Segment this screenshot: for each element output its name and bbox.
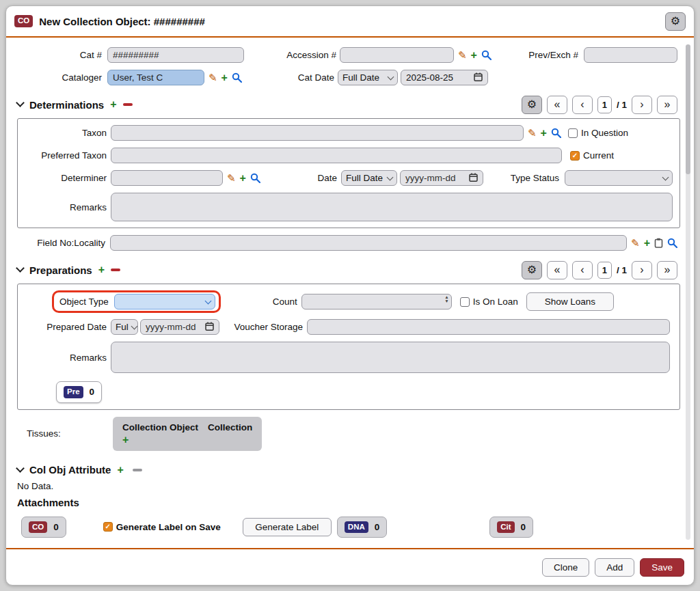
show-loans-button[interactable]: Show Loans — [526, 292, 614, 311]
add-determination-button[interactable]: + — [110, 99, 116, 110]
cataloger-input[interactable] — [107, 70, 204, 85]
taxon-label: Taxon — [25, 128, 111, 138]
add-button[interactable]: Add — [595, 558, 634, 577]
preparation-count-badge[interactable]: Pre 0 — [56, 381, 102, 403]
determiner-edit-icon[interactable]: ✎ — [227, 173, 236, 183]
prev-exch-input[interactable] — [584, 47, 677, 63]
field-no-locality-label: Field No:Locality — [12, 238, 110, 248]
cat-date-input[interactable]: 2025-08-25 — [401, 70, 488, 85]
remove-preparation-button[interactable] — [111, 269, 120, 271]
in-question-checkbox[interactable] — [568, 128, 578, 138]
determiner-add-icon[interactable]: + — [240, 173, 246, 184]
chevron-down-icon — [662, 174, 669, 180]
remove-determination-button[interactable] — [123, 103, 133, 106]
calendar-icon[interactable] — [469, 173, 478, 184]
determinations-panel: Taxon ✎ + In Question Preferred Taxon Cu… — [17, 118, 680, 228]
co-attachments-badge[interactable]: CO 0 — [21, 517, 66, 538]
clone-button[interactable]: Clone — [542, 558, 589, 577]
accession-input[interactable] — [340, 47, 454, 63]
prev-page-button[interactable]: ‹ — [572, 96, 593, 114]
in-question-label: In Question — [581, 128, 628, 138]
accession-edit-icon[interactable]: ✎ — [458, 50, 467, 60]
prev-exch-label: Prev/Exch # — [528, 50, 584, 60]
count-stepper[interactable] — [444, 295, 448, 303]
scrollbar[interactable] — [686, 44, 690, 540]
first-page-button[interactable]: « — [547, 261, 567, 279]
preparations-panel: Object Type Count Is On Loan Show Loans … — [17, 284, 680, 410]
dna-attachments-badge[interactable]: DNA 0 — [337, 517, 387, 538]
generate-label-button[interactable]: Generate Label — [243, 518, 332, 536]
determinations-settings-button[interactable]: ⚙ — [522, 96, 542, 114]
prev-page-button[interactable]: ‹ — [572, 261, 593, 279]
preparations-settings-button[interactable]: ⚙ — [522, 261, 542, 279]
determination-remarks-textarea[interactable] — [111, 193, 673, 221]
remove-col-obj-attribute-button[interactable] — [133, 469, 142, 471]
page-number: 1 — [597, 262, 612, 279]
type-status-select[interactable] — [565, 170, 673, 186]
determination-date-precision-select[interactable]: Full Date — [341, 170, 397, 186]
add-preparation-button[interactable]: + — [98, 264, 105, 275]
preparations-pager: ⚙ « ‹ 1 / 1 › » — [522, 261, 677, 279]
settings-button[interactable]: ⚙ — [665, 12, 686, 31]
add-col-obj-attribute-button[interactable]: + — [117, 465, 123, 476]
last-page-button[interactable]: » — [657, 261, 677, 279]
determiner-input[interactable] — [111, 170, 223, 186]
preferred-taxon-input[interactable] — [111, 148, 562, 163]
field-no-locality-input[interactable] — [110, 235, 627, 251]
next-page-button[interactable]: › — [632, 96, 652, 114]
scrollbar-thumb[interactable] — [686, 44, 690, 174]
next-page-button[interactable]: › — [632, 261, 652, 279]
prepared-date-input[interactable]: yyyy-mm-dd — [140, 319, 219, 335]
calendar-icon[interactable] — [474, 72, 483, 83]
taxon-row: Taxon ✎ + In Question — [25, 125, 673, 141]
taxon-edit-icon[interactable]: ✎ — [528, 128, 537, 138]
object-type-select[interactable] — [114, 294, 215, 310]
taxon-search-icon[interactable] — [551, 128, 561, 138]
page-total: / 1 — [617, 265, 627, 275]
voucher-storage-input[interactable] — [307, 319, 670, 335]
accession-search-icon[interactable] — [481, 50, 492, 60]
dna-badge-icon: DNA — [345, 521, 368, 534]
cat-number-input[interactable] — [107, 47, 244, 63]
add-tissue-button[interactable]: + — [122, 434, 129, 445]
save-button[interactable]: Save — [640, 558, 684, 577]
taxon-add-icon[interactable]: + — [541, 128, 547, 139]
collapse-chevron-icon[interactable] — [16, 98, 25, 107]
count-input[interactable] — [301, 294, 452, 310]
object-type-label: Object Type — [59, 297, 114, 307]
collapse-chevron-icon[interactable] — [16, 464, 25, 473]
determiner-search-icon[interactable] — [250, 173, 260, 183]
determination-date-label: Date — [260, 173, 341, 183]
page-total: / 1 — [617, 100, 627, 110]
determination-date-input[interactable]: yyyy-mm-dd — [400, 170, 483, 186]
locality-edit-icon[interactable]: ✎ — [631, 238, 640, 248]
count-label: Count — [221, 297, 301, 307]
cit-attachments-badge[interactable]: Cit 0 — [489, 517, 533, 538]
first-page-button[interactable]: « — [547, 96, 567, 114]
cat-date-precision-select[interactable]: Full Date — [338, 70, 398, 85]
determination-remarks-row: Remarks — [25, 193, 673, 221]
cataloger-search-icon[interactable] — [232, 72, 242, 83]
locality-add-icon[interactable]: + — [644, 238, 650, 249]
focus-ring: Object Type — [52, 290, 221, 313]
cataloger-edit-icon[interactable]: ✎ — [208, 72, 217, 83]
is-on-loan-checkbox[interactable] — [460, 297, 470, 307]
locality-clipboard-icon[interactable] — [654, 238, 663, 248]
tissues-tab-collection-object[interactable]: Collection Object — [122, 422, 198, 432]
generate-label-on-save-checkbox[interactable] — [103, 522, 113, 532]
tissues-tab-collection[interactable]: Collection — [208, 422, 252, 432]
taxon-input[interactable] — [111, 125, 524, 141]
cit-badge-icon: Cit — [497, 521, 514, 534]
prep-remarks-textarea[interactable] — [111, 342, 670, 373]
locality-search-icon[interactable] — [667, 238, 677, 248]
collapse-chevron-icon[interactable] — [16, 264, 25, 273]
cataloger-add-icon[interactable]: + — [221, 72, 228, 83]
col-obj-attribute-header: Col Obj Attribute + — [17, 461, 677, 480]
window-title: New Collection Object: ######### — [39, 16, 205, 27]
field-no-locality-row: Field No:Locality ✎ + — [12, 235, 694, 251]
accession-add-icon[interactable]: + — [471, 50, 477, 61]
current-checkbox[interactable] — [570, 151, 580, 161]
prepared-date-precision-select[interactable]: Ful — [111, 319, 138, 335]
calendar-icon[interactable] — [205, 322, 214, 333]
last-page-button[interactable]: » — [657, 96, 677, 114]
